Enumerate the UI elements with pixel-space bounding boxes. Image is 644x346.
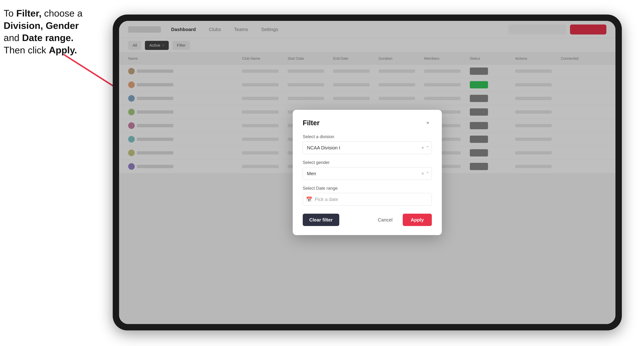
apply-button[interactable]: Apply bbox=[403, 214, 432, 226]
division-chevron-icon[interactable]: ⌃ bbox=[426, 145, 429, 150]
close-icon[interactable]: × bbox=[424, 119, 432, 127]
footer-right: Cancel Apply bbox=[371, 214, 432, 226]
bold-date-range: Date range. bbox=[22, 32, 74, 43]
modal-title: Filter bbox=[303, 119, 320, 127]
bold-filter: Filter, bbox=[16, 8, 42, 18]
bold-division-gender: Division, Gender bbox=[4, 20, 79, 31]
tablet-frame: Dashboard Clubs Teams Settings All Activ… bbox=[113, 14, 622, 330]
division-label: Select a division bbox=[303, 134, 432, 139]
division-form-group: Select a division NCAA Division I × ⌃ bbox=[303, 134, 432, 154]
gender-value: Men bbox=[307, 171, 316, 176]
gender-form-group: Select gender Men × ⌃ bbox=[303, 160, 432, 180]
division-select-wrapper: NCAA Division I × ⌃ bbox=[303, 141, 432, 154]
date-input[interactable]: Pick a date bbox=[303, 193, 432, 206]
modal-header: Filter × bbox=[303, 119, 432, 127]
gender-select-icons: × ⌃ bbox=[422, 171, 429, 176]
filter-modal: Filter × Select a division NCAA Division… bbox=[293, 110, 442, 235]
division-select[interactable]: NCAA Division I × ⌃ bbox=[303, 141, 432, 154]
calendar-icon: 📅 bbox=[306, 196, 312, 202]
gender-chevron-icon[interactable]: ⌃ bbox=[426, 171, 429, 176]
clear-filter-button[interactable]: Clear filter bbox=[303, 214, 339, 226]
gender-clear-icon[interactable]: × bbox=[422, 171, 424, 176]
division-select-icons: × ⌃ bbox=[422, 145, 429, 150]
date-label: Select Date range bbox=[303, 186, 432, 191]
gender-select[interactable]: Men × ⌃ bbox=[303, 167, 432, 180]
date-input-wrapper: 📅 Pick a date bbox=[303, 193, 432, 206]
division-value: NCAA Division I bbox=[307, 145, 340, 151]
modal-overlay: Filter × Select a division NCAA Division… bbox=[119, 21, 616, 324]
date-placeholder: Pick a date bbox=[315, 197, 338, 202]
date-form-group: Select Date range 📅 Pick a date bbox=[303, 186, 432, 206]
bold-apply: Apply. bbox=[49, 45, 77, 55]
division-clear-icon[interactable]: × bbox=[422, 145, 424, 150]
instruction-text: To Filter, choose a Division, Gender and… bbox=[4, 7, 106, 56]
tablet-screen: Dashboard Clubs Teams Settings All Activ… bbox=[119, 21, 616, 324]
cancel-button[interactable]: Cancel bbox=[371, 214, 399, 226]
modal-footer: Clear filter Cancel Apply bbox=[303, 214, 432, 226]
gender-select-wrapper: Men × ⌃ bbox=[303, 167, 432, 180]
gender-label: Select gender bbox=[303, 160, 432, 165]
